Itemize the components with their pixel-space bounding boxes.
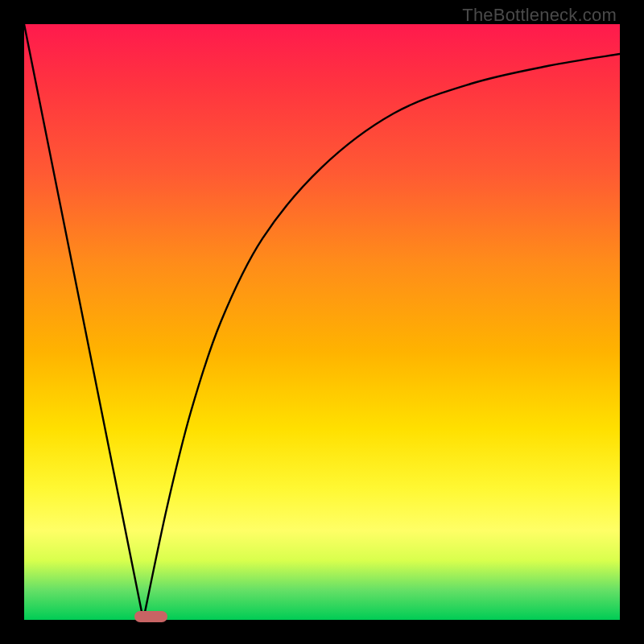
chart-frame: TheBottleneck.com bbox=[0, 0, 644, 644]
bottleneck-curve-path bbox=[24, 24, 620, 620]
curve-layer bbox=[24, 24, 620, 620]
plot-area bbox=[24, 24, 620, 620]
optimum-marker bbox=[134, 611, 167, 622]
watermark-text: TheBottleneck.com bbox=[462, 5, 617, 26]
